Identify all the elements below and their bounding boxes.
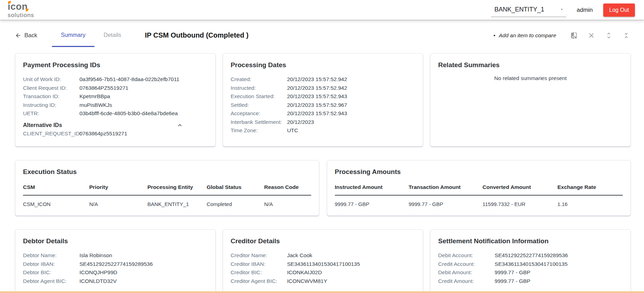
username-label: admin (577, 7, 593, 14)
cell-priority: N/A (89, 201, 147, 207)
cell-instructed-amount: 9999.77 - GBP (335, 201, 409, 207)
field-row: Creditor Agent BIC: ICONCWVM81Y (231, 277, 415, 286)
field-value: 0a3f9546-7b51-4087-8daa-022b2efb7011 (79, 75, 179, 84)
column-header: CSM (23, 184, 89, 190)
field-row: Created: 20/12/2023 15:57:52.942 (231, 75, 415, 84)
field-row: Credit Amount: 9999.77 - GBP (438, 277, 623, 286)
field-row: Creditor IBAN: SE3436113401530417100135 (231, 260, 415, 269)
chevron-up-icon[interactable] (176, 122, 183, 129)
toolbar-right-group: • Add an item to compare (493, 24, 630, 47)
field-row: Creditor Name: Jack Cook (231, 251, 415, 260)
cards-row-2: Execution Status CSM Priority Processing… (15, 160, 631, 216)
cell-global-status: Completed (207, 201, 264, 207)
field-label: Debit Account: (438, 251, 495, 260)
field-row: Time Zone: UTC (231, 126, 415, 135)
header-right-group: BANK_ENTITY_1 admin Log Out (491, 3, 635, 17)
alternative-ids-header: Alternative IDs (23, 121, 208, 129)
table-row: 9999.77 - GBP 9999.77 - GBP 11599.7332 -… (335, 196, 623, 207)
field-row: Settled: 20/12/2023 15:57:52.967 (231, 101, 415, 110)
field-label: Interbank Settlement: (231, 118, 287, 127)
field-label: Debtor BIC: (23, 268, 79, 277)
field-value: SE3436113401530417100135 (495, 260, 567, 269)
app-header: icon solutions BANK_ENTITY_1 admin Log O… (0, 0, 644, 20)
field-row: Transaction ID: KpetmrBBpa (23, 92, 208, 101)
field-label: Credit Account: (438, 260, 495, 269)
field-value: UTC (287, 126, 298, 135)
tab-details[interactable]: Details (94, 24, 130, 47)
field-row: Unit of Work ID: 0a3f9546-7b51-4087-8daa… (23, 75, 208, 84)
field-value: KpetmrBBpa (79, 92, 110, 101)
field-label: Debtor IBAN: (23, 260, 79, 269)
cell-transaction-amount: 9999.77 - GBP (409, 201, 483, 207)
close-icon[interactable] (588, 32, 595, 39)
field-label: Creditor Name: (231, 251, 287, 260)
back-button[interactable]: Back (15, 24, 37, 47)
processing-amounts-table-header: Instructed Amount Transaction Amount Con… (335, 182, 623, 196)
execution-status-table-header: CSM Priority Processing Entity Global St… (23, 182, 311, 196)
card-title: Processing Dates (231, 61, 415, 69)
toolbar: Back Summary Details IP CSM Outbound (Co… (0, 24, 644, 47)
field-value: 20/12/2023 (287, 118, 314, 127)
column-header: Converted Amount (483, 184, 558, 190)
field-row: Debtor Name: Isla Robinson (23, 251, 208, 260)
field-label: Client Request ID: (23, 84, 79, 93)
unfold-less-icon[interactable] (622, 32, 630, 39)
field-row: Debit Amount: 9999.77 - GBP (438, 268, 623, 277)
cards-row-3: Debtor Details Debtor Name: Isla Robinso… (15, 229, 631, 293)
card-title: Settlement Notification Information (438, 237, 623, 245)
table-row: CSM_ICON N/A BANK_ENTITY_1 Completed N/A (23, 196, 311, 207)
field-row: CLIENT_REQUEST_ID: 0763864pz5519271 (23, 129, 208, 138)
alternative-ids-section: Alternative IDs CLIENT_REQUEST_ID: 07638… (23, 121, 208, 138)
entity-select[interactable]: BANK_ENTITY_1 (491, 3, 566, 17)
compare-icon[interactable] (570, 32, 578, 39)
field-value: ICONQJHP99D (79, 268, 117, 277)
creditor-details-card: Creditor Details Creditor Name: Jack Coo… (223, 229, 423, 293)
tab-details-label: Details (104, 32, 121, 38)
cell-exchange-rate: 1.16 (558, 201, 623, 207)
field-row: Credit Account: SE3436113401530417100135 (438, 260, 623, 269)
card-title: Debtor Details (23, 237, 208, 245)
field-row: Debtor Agent BIC: ICONLDTD32V (23, 277, 208, 286)
field-label: Creditor Agent BIC: (231, 277, 287, 286)
toolbar-icon-group (570, 32, 630, 39)
card-title: Processing Amounts (335, 168, 623, 176)
chevron-down-icon (559, 7, 564, 12)
logo-orange-accent-n (26, 9, 29, 11)
logout-button[interactable]: Log Out (603, 3, 635, 17)
field-label: Acceptance: (231, 109, 287, 118)
field-label: Creditor BIC: (231, 268, 287, 277)
field-value: 20/12/2023 15:57:52.943 (287, 109, 347, 118)
back-arrow-icon (15, 32, 21, 39)
compare-hint-text: Add an item to compare (499, 32, 556, 39)
field-value: 0763864PZ5519271 (79, 84, 129, 93)
column-header: Processing Entity (147, 184, 207, 190)
debtor-details-card: Debtor Details Debtor Name: Isla Robinso… (15, 229, 216, 293)
tab-summary[interactable]: Summary (52, 24, 95, 47)
processing-dates-card: Processing Dates Created: 20/12/2023 15:… (223, 53, 423, 146)
field-value: SE3436113401530417100135 (287, 260, 360, 269)
unfold-more-icon[interactable] (605, 32, 613, 39)
field-value: Isla Robinson (79, 251, 112, 260)
field-row: Debtor IBAN: SE4512922522774159289536 (23, 260, 208, 269)
field-value: ICONCWVM81Y (287, 277, 327, 286)
field-label: Settled: (231, 101, 287, 110)
field-value: 03b4bfff-6cde-4805-b3b0-d4e8a7bde6ea (79, 109, 178, 118)
card-title: Payment Processing IDs (23, 61, 208, 69)
field-row: Execution Started: 20/12/2023 15:57:52.9… (231, 92, 415, 101)
card-title: Related Summaries (438, 61, 623, 69)
entity-select-value: BANK_ENTITY_1 (495, 6, 544, 13)
field-value: 9999.77 - GBP (495, 277, 530, 286)
column-header: Global Status (207, 184, 264, 190)
field-row: Interbank Settlement: 20/12/2023 (231, 118, 415, 127)
field-row: Instructed: 20/12/2023 15:57:52.942 (231, 84, 415, 93)
field-label: Execution Started: (231, 92, 287, 101)
field-row: Instructing ID: muPisBWKJs (23, 101, 208, 110)
execution-status-card: Execution Status CSM Priority Processing… (15, 160, 319, 216)
field-row: Debtor BIC: ICONQJHP99D (23, 268, 208, 277)
alternative-ids-title: Alternative IDs (23, 121, 62, 129)
field-value: 0763864pz5519271 (79, 129, 127, 138)
column-header: Instructed Amount (335, 184, 409, 190)
logo-text-solutions: solutions (8, 12, 34, 18)
field-value: muPisBWKJs (79, 101, 112, 110)
column-header: Priority (89, 184, 147, 190)
